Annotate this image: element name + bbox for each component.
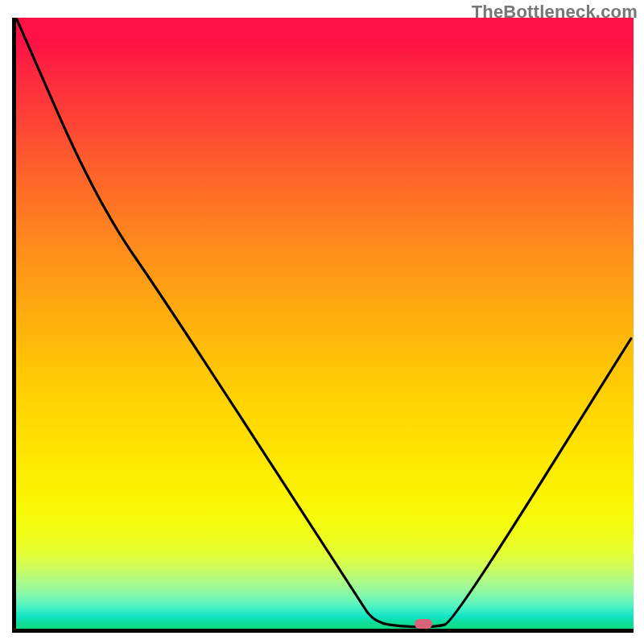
bottleneck-curve: [16, 18, 634, 629]
chart-container: TheBottleneck.com: [0, 0, 644, 644]
bottleneck-marker: [415, 619, 432, 629]
plot-area: [12, 18, 634, 633]
